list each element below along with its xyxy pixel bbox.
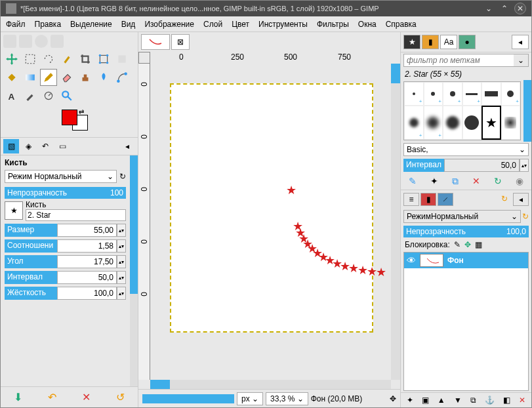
unit-select[interactable]: px ⌄ (237, 392, 263, 405)
nav-icon[interactable]: ✥ (390, 394, 396, 403)
brush-item[interactable] (443, 106, 462, 140)
menu-file[interactable]: Файл (6, 20, 26, 29)
ratio-input[interactable]: 1,58 (57, 239, 117, 253)
brush-preset-select[interactable]: Basic,⌄ (403, 143, 529, 156)
images-tab[interactable]: ▭ (54, 139, 70, 153)
brush-filter-input[interactable] (404, 54, 514, 66)
close-image-tab-icon[interactable]: ⊠ (171, 34, 190, 50)
reset-mode-icon[interactable]: ↻ (119, 172, 126, 181)
text-tool-icon[interactable]: A (3, 87, 20, 104)
brush-grid-scrollbar[interactable] (523, 80, 531, 142)
gradient-tool-icon[interactable] (22, 69, 39, 86)
filter-dropdown-icon[interactable]: ⌄ (514, 54, 528, 66)
size-input[interactable]: 55,00 (57, 224, 117, 237)
menu-edit[interactable]: Правка (35, 20, 62, 29)
rect-select-tool-icon[interactable] (22, 51, 39, 68)
paintbrush-tool-icon[interactable] (40, 69, 57, 86)
interval-input[interactable]: 50,0 (444, 159, 520, 172)
path-tool-icon[interactable] (113, 69, 131, 86)
swap-colors-icon[interactable]: ⇄ (79, 108, 84, 115)
reset-icon[interactable]: ↺ (116, 391, 125, 403)
fonts-tab[interactable]: Aa (440, 35, 457, 49)
hardness-input[interactable]: 100,0 (57, 287, 117, 300)
canvas-hscrollbar[interactable] (150, 380, 391, 389)
layer-thumb[interactable] (420, 254, 443, 267)
angle-spinner[interactable]: ▴▾ (117, 255, 126, 268)
layer-mode-reset-icon[interactable]: ↻ (522, 212, 529, 221)
bucket-tool-icon[interactable] (3, 69, 20, 86)
zoom-select[interactable]: 33,3 % ⌄ (266, 392, 308, 405)
lower-layer-icon[interactable]: ▼ (454, 396, 462, 405)
hardness-spinner[interactable]: ▴▾ (117, 287, 126, 300)
lock-position-icon[interactable]: ✥ (464, 240, 471, 249)
duplicate-brush-icon[interactable]: ⧉ (452, 176, 459, 187)
brush-item[interactable] (462, 106, 482, 140)
menu-windows[interactable]: Окна (358, 20, 377, 29)
menu-image[interactable]: Изображение (144, 20, 194, 29)
edit-brush-icon[interactable]: ✎ (409, 176, 417, 187)
delete-icon[interactable]: ✕ (82, 391, 91, 403)
merge-down-icon[interactable]: ⚓ (485, 396, 495, 405)
blend-mode-select[interactable]: Режим Нормальный⌄ (5, 170, 117, 183)
clone-tool-icon[interactable] (77, 69, 94, 86)
brush-item-selected[interactable]: ★ (481, 106, 501, 140)
canvas-viewport[interactable]: ★ ★ ★ ★ ★ ★ ★ ★ ★ ★ ★ ★ ★ ★ ★ (150, 64, 391, 380)
brush-item[interactable]: + (443, 82, 462, 106)
raise-layer-icon[interactable]: ▲ (438, 396, 445, 405)
brush-preview-thumb[interactable]: ★ (5, 201, 23, 220)
configure-brushes-icon[interactable]: ◂ (512, 35, 529, 49)
options-scrollbar[interactable] (130, 155, 138, 386)
brush-item[interactable]: + (424, 82, 443, 106)
new-layer-icon[interactable]: ✦ (407, 396, 413, 405)
mask-icon[interactable]: ◧ (503, 396, 510, 405)
save-preset-icon[interactable]: ⬇ (14, 391, 22, 403)
free-select-tool-icon[interactable] (40, 51, 57, 68)
layer-name[interactable]: Фон (447, 256, 464, 265)
new-group-icon[interactable]: ▣ (422, 396, 429, 405)
angle-input[interactable]: 17,50 (57, 255, 117, 268)
vertical-ruler[interactable]: 0 250 500 750 1000 (138, 64, 150, 380)
visibility-icon[interactable]: 👁 (407, 255, 416, 266)
canvas-vscrollbar[interactable] (391, 64, 400, 380)
brushes-tab[interactable]: ★ (403, 35, 420, 49)
lock-pixels-icon[interactable]: ✎ (454, 240, 460, 249)
brush-item[interactable] (501, 106, 521, 140)
brush-name-input[interactable] (26, 209, 126, 221)
spacing-spinner[interactable]: ▴▾ (117, 271, 126, 284)
image-tab[interactable] (141, 34, 170, 50)
opacity-slider[interactable]: Непрозрачность100 (5, 187, 126, 199)
paths-tab[interactable]: ⟋ (438, 193, 453, 206)
layers-tab[interactable]: ≡ (403, 193, 419, 206)
move-tool-icon[interactable] (3, 51, 20, 68)
interval-spinner[interactable]: ▴▾ (520, 159, 529, 172)
menu-color[interactable]: Цвет (232, 20, 249, 29)
menu-filters[interactable]: Фильтры (317, 20, 349, 29)
menu-tools[interactable]: Инструменты (258, 20, 308, 29)
layers-reset-icon[interactable]: ↻ (497, 193, 512, 206)
crop-tool-icon[interactable] (77, 51, 94, 68)
duplicate-layer-icon[interactable]: ⧉ (470, 396, 476, 405)
new-brush-icon[interactable]: ✦ (430, 176, 438, 187)
tool-options-tab[interactable]: ▧ (3, 139, 19, 153)
maximize-icon[interactable]: ⌃ (499, 3, 510, 14)
ruler-origin[interactable] (138, 52, 150, 64)
brush-item[interactable]: + (424, 106, 443, 140)
open-as-image-icon[interactable]: ◉ (516, 176, 523, 187)
ratio-spinner[interactable]: ▴▾ (117, 239, 126, 253)
layer-item[interactable]: 👁 Фон (404, 253, 528, 268)
close-icon[interactable]: ✕ (514, 3, 526, 14)
gradients-tab[interactable]: ● (459, 35, 476, 49)
brush-item[interactable]: + (501, 82, 521, 106)
configure-layers-icon[interactable]: ◂ (513, 193, 529, 206)
foreground-color[interactable] (62, 110, 77, 125)
transform-tool-icon[interactable] (95, 51, 112, 68)
channels-tab[interactable]: ▮ (420, 193, 436, 206)
undo-history-tab[interactable]: ↶ (37, 139, 53, 153)
layer-opacity-slider[interactable]: Непрозрачность100,0 (403, 226, 529, 237)
spacing-input[interactable]: 50,0 (57, 271, 117, 284)
warp-tool-icon[interactable] (113, 51, 131, 68)
menu-layer[interactable]: Слой (203, 20, 222, 29)
minimize-icon[interactable]: ⌄ (483, 3, 495, 14)
measure-tool-icon[interactable] (40, 87, 57, 104)
menu-help[interactable]: Справка (386, 20, 417, 29)
